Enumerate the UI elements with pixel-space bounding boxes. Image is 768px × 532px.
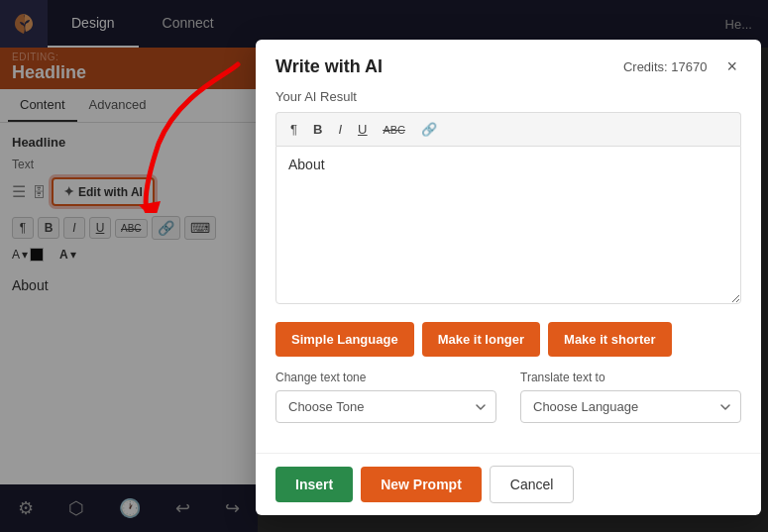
ai-text-area[interactable]: About [275,146,741,304]
language-select[interactable]: Choose Language English Spanish French G… [520,390,741,423]
ai-result-label: Your AI Result [275,85,741,104]
tone-select[interactable]: Choose Tone Formal Casual Professional F… [275,390,496,423]
close-button[interactable]: × [722,55,741,77]
simple-language-button[interactable]: Simple Language [275,322,414,357]
insert-button[interactable]: Insert [275,467,353,502]
ai-strikethrough-btn[interactable]: ABC [377,121,411,139]
language-group: Translate text to Choose Language Englis… [520,371,741,423]
write-with-ai-modal: Write with AI Credits: 17670 × Your AI R… [256,40,761,515]
translate-row: Change text tone Choose Tone Formal Casu… [275,371,741,423]
modal-title: Write with AI [275,56,383,77]
ai-link-btn[interactable]: 🔗 [415,119,443,140]
new-prompt-button[interactable]: New Prompt [361,467,482,502]
tone-label: Change text tone [275,371,496,384]
ai-underline-btn[interactable]: U [352,119,373,140]
ai-paragraph-btn[interactable]: ¶ [284,119,303,140]
ai-italic-btn[interactable]: I [332,119,348,140]
make-shorter-button[interactable]: Make it shorter [548,322,671,357]
cancel-button[interactable]: Cancel [490,466,575,503]
modal-footer: Insert New Prompt Cancel [256,453,761,515]
modal-header: Write with AI Credits: 17670 × [256,40,761,85]
tone-group: Change text tone Choose Tone Formal Casu… [275,371,496,423]
make-longer-button[interactable]: Make it longer [422,322,540,357]
action-buttons-row: Simple Language Make it longer Make it s… [275,322,741,357]
credits-text: Credits: 17670 [623,59,708,74]
modal-body: Your AI Result ¶ B I U ABC 🔗 About Simpl… [256,85,761,453]
language-label: Translate text to [520,371,741,384]
modal-header-right: Credits: 17670 × [623,55,741,77]
ai-editor-toolbar: ¶ B I U ABC 🔗 [275,112,741,146]
ai-bold-btn[interactable]: B [307,119,328,140]
